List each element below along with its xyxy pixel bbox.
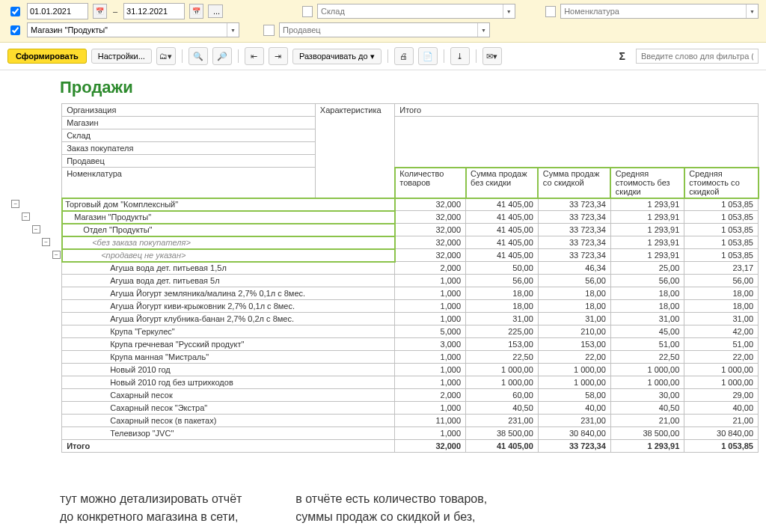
cell-value: 33 723,34	[538, 211, 610, 224]
cell-value: 41 405,00	[466, 224, 539, 236]
settings-button[interactable]: Настройки...	[91, 49, 152, 64]
col-org: Организация	[62, 104, 316, 117]
cell-value: 30,00	[610, 389, 684, 402]
col-sum-disc: Сумма продаж со скидкой	[538, 168, 610, 198]
nomenclature-input[interactable]	[561, 6, 758, 16]
cell-value: 51,00	[684, 338, 759, 351]
seller-input[interactable]	[280, 25, 489, 35]
row-label: Крупа манная "Мистраль"	[110, 352, 209, 361]
store-combo[interactable]: ▼	[27, 22, 239, 37]
email-icon[interactable]: ✉▾	[482, 47, 502, 65]
warehouse-combo[interactable]: ▼	[317, 4, 515, 19]
store-enable-checkbox[interactable]	[10, 25, 20, 35]
store-input[interactable]	[28, 25, 239, 35]
collapse-icon[interactable]: −	[11, 200, 19, 208]
calendar-icon[interactable]: 📅	[189, 4, 203, 19]
date-to-input[interactable]	[123, 3, 185, 19]
annotations: тут можно детализировать отчётдо конкрет…	[0, 453, 766, 532]
cell-value: 30 840,00	[538, 427, 610, 440]
cell-value: 40,50	[610, 402, 684, 415]
calendar-icon[interactable]: 📅	[93, 4, 107, 19]
total-v3: 1 293,91	[610, 440, 684, 453]
cell-value: 21,00	[610, 415, 684, 427]
cell-value: 56,00	[684, 275, 759, 287]
table-row: −<продавец не указан>32,00041 405,0033 7…	[10, 249, 759, 262]
cell-value: 1 000,00	[610, 364, 684, 376]
variants-icon[interactable]: 🗂▾	[156, 47, 176, 65]
save-icon[interactable]: ⤓	[450, 47, 470, 65]
cell-value: 18,00	[684, 300, 759, 313]
seller-combo[interactable]: ▼	[279, 22, 490, 37]
find-icon[interactable]: 🔍	[189, 47, 208, 65]
sigma-icon[interactable]: Σ	[619, 50, 625, 62]
row-label: <без заказа покупателя>	[92, 238, 191, 247]
col-sum-nodisc: Сумма продаж без скидки	[466, 168, 539, 198]
total-v2: 33 723,34	[538, 440, 610, 453]
expand-icon[interactable]: ⇥	[269, 47, 288, 65]
cell-value: 1,000	[395, 351, 466, 364]
date-enable-checkbox[interactable]	[10, 7, 20, 16]
table-row: Агуша вода дет. питьевая 1,5л2,00050,004…	[10, 262, 759, 275]
cell-value: 2,000	[395, 262, 466, 275]
table-row: Новый 2010 год1,0001 000,001 000,001 000…	[10, 364, 759, 376]
table-row: −Отдел "Продукты"32,00041 405,0033 723,3…	[10, 224, 759, 236]
cell-value: 33 723,34	[538, 236, 610, 249]
row-label: Крупа "Геркулес"	[110, 327, 175, 336]
cell-value: 41 405,00	[466, 211, 539, 224]
cell-value: 18,00	[466, 300, 539, 313]
date-dash: –	[113, 7, 117, 16]
col-nomenclature: Номенклатура	[62, 168, 316, 198]
cell-value: 60,00	[466, 389, 539, 402]
warehouse-checkbox[interactable]	[302, 6, 313, 17]
collapse-icon[interactable]: −	[52, 251, 61, 259]
cell-value: 18,00	[538, 300, 610, 313]
cell-value: 1 000,00	[466, 364, 539, 376]
table-row: Агуша вода дет. питьевая 5л1,00056,0056,…	[10, 275, 759, 287]
collapse-icon[interactable]: ⇤	[245, 47, 264, 65]
preview-icon[interactable]: 📄	[418, 47, 438, 65]
cell-value: 50,00	[466, 262, 539, 275]
find-next-icon[interactable]: 🔎	[212, 47, 232, 65]
dropdown-icon[interactable]: ▼	[227, 23, 239, 37]
dropdown-icon[interactable]: ▼	[477, 23, 489, 37]
nomenclature-combo[interactable]: ▼	[560, 4, 759, 19]
date-more-button[interactable]: ...	[208, 4, 223, 18]
form-button[interactable]: Сформировать	[7, 49, 87, 64]
cell-value: 1,000	[395, 364, 466, 376]
collapse-icon[interactable]: −	[32, 225, 40, 233]
seller-checkbox[interactable]	[263, 25, 275, 36]
filter-word-input[interactable]	[636, 49, 759, 64]
table-row: Новый 2010 год без штрихкодов1,0001 000,…	[10, 376, 759, 389]
cell-value: 33 723,34	[538, 249, 610, 262]
row-label: Отдел "Продукты"	[83, 225, 152, 234]
cell-value: 46,34	[538, 262, 610, 275]
table-row: −Магазин "Продукты"32,00041 405,0033 723…	[10, 211, 759, 224]
row-label: Торговый дом "Комплексный"	[65, 200, 178, 209]
nomenclature-checkbox[interactable]	[545, 6, 556, 17]
table-row: Агуша Йогурт клубника-банан 2,7% 0,2л с …	[10, 313, 759, 325]
dropdown-icon[interactable]: ▼	[746, 4, 758, 18]
cell-value: 2,000	[395, 389, 466, 402]
cell-value: 21,00	[684, 415, 759, 427]
total-v0: 32,000	[395, 440, 466, 453]
col-qty: Количество товаров	[395, 168, 466, 198]
expand-to-button[interactable]: Разворачивать до ▾	[292, 49, 382, 64]
dropdown-icon[interactable]: ▼	[503, 4, 515, 18]
print-icon[interactable]: 🖨	[394, 47, 414, 65]
cell-value: 1 000,00	[538, 376, 610, 389]
warehouse-input[interactable]	[318, 6, 515, 16]
cell-value: 1 293,91	[610, 236, 684, 249]
cell-value: 11,000	[395, 415, 466, 427]
cell-value: 40,00	[684, 402, 759, 415]
cell-value: 231,00	[538, 415, 610, 427]
row-label: Сахарный песок "Экстра"	[110, 403, 207, 412]
collapse-icon[interactable]: −	[42, 238, 50, 246]
table-row: Крупа манная "Мистраль"1,00022,5022,0022…	[10, 351, 759, 364]
collapse-icon[interactable]: −	[22, 213, 30, 221]
cell-value: 38 500,00	[466, 427, 539, 440]
date-from-input[interactable]	[27, 3, 88, 19]
cell-value: 22,50	[610, 351, 684, 364]
col-order: Заказ покупателя	[62, 142, 316, 155]
col-characteristic: Характеристика	[315, 104, 394, 198]
col-total: Итого	[395, 104, 759, 117]
